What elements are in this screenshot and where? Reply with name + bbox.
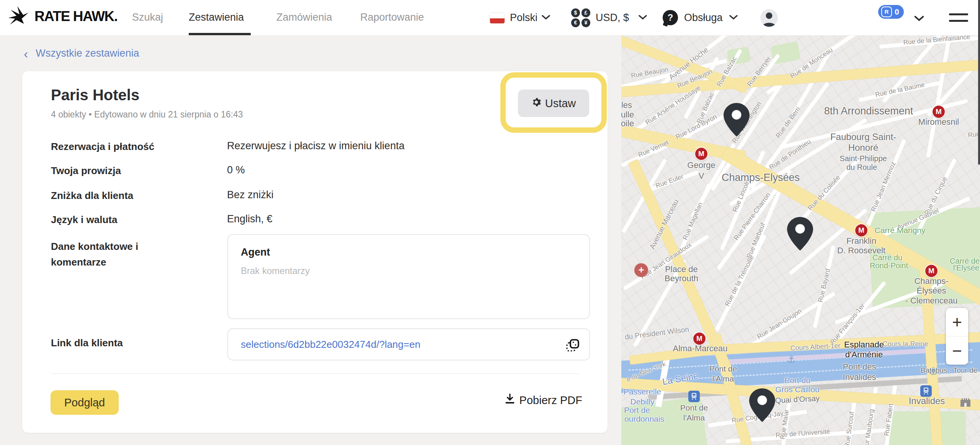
metro-icon: M <box>932 105 946 119</box>
map-label: - Clemenceau <box>905 296 958 306</box>
map-label: Esplanade <box>844 340 884 350</box>
map-label: les <box>621 100 632 110</box>
nav-item-zamowienia[interactable]: Zamówienia <box>276 11 332 23</box>
building-icon <box>960 397 971 408</box>
map-label: Debilly <box>630 397 654 406</box>
client-link-label: Link dla klienta <box>51 337 123 349</box>
map-label: Carré du <box>872 253 902 262</box>
client-link-box: selections/6d2bb22e0032474d/?lang=en <box>227 328 590 360</box>
client-link[interactable]: selections/6d2bb22e0032474d/?lang=en <box>241 339 420 350</box>
map-label: d'Arménie <box>845 350 883 360</box>
comments-box[interactable]: Agent Brak komentarzy <box>227 234 590 319</box>
row-label: Twoja prowizja <box>51 165 121 177</box>
chevron-down-icon[interactable] <box>914 15 924 23</box>
metro-icon: M <box>854 223 868 237</box>
map-label: Champs-Elysées <box>722 172 800 184</box>
map-panel[interactable]: Rue de la BienfaisanceAvenue HocheRue Be… <box>621 35 980 445</box>
row-label: Język i waluta <box>51 214 117 226</box>
active-tab-underline <box>189 33 251 35</box>
map-label: du Roule <box>846 163 877 172</box>
map-label: Pont de <box>709 364 737 373</box>
map-label: Port de <box>624 406 650 415</box>
row-value: 0 % <box>227 164 245 176</box>
settings-button[interactable]: Ustaw <box>518 90 589 117</box>
map-label: Rond-Point <box>870 261 908 270</box>
page-title: Paris Hotels <box>51 86 139 104</box>
train-icon <box>688 391 700 402</box>
comments-placeholder: Brak komentarzy <box>241 266 310 276</box>
map-label: Faubourg Saint- <box>830 132 896 142</box>
breadcrumb-label: Wszystkie zestawienia <box>36 47 139 59</box>
selection-detail-page: ‹ Wszystkie zestawienia Paris Hotels 4 o… <box>0 35 621 445</box>
card-subtitle: 4 obiekty • Edytowano w dniu 21 sierpnia… <box>51 109 243 120</box>
map-pin[interactable] <box>787 216 813 253</box>
settings-button-label: Ustaw <box>545 97 576 110</box>
map-label: Cours la Reine <box>882 340 928 348</box>
user-avatar[interactable] <box>760 9 778 27</box>
map-label: Invalides <box>843 372 876 382</box>
zoom-in-button[interactable]: + <box>946 308 968 337</box>
map-zoom-control: + − <box>946 308 968 365</box>
hamburger-menu-icon[interactable] <box>949 13 968 26</box>
row-label: Zniżka dla klienta <box>51 190 133 202</box>
anchor-icon: ⚓ <box>787 354 795 365</box>
zoom-out-button[interactable]: − <box>946 337 968 365</box>
map-label: Saint-Philippe <box>840 154 887 163</box>
support-menu[interactable]: Obsługa <box>684 12 723 24</box>
preview-button[interactable]: Podgląd <box>51 390 119 415</box>
map-label: Place de <box>665 264 698 274</box>
back-chevron-icon: ‹ <box>24 50 28 57</box>
map-label: Pont des <box>843 362 876 372</box>
anchor-icon: ⚓ <box>929 365 938 377</box>
download-pdf-button[interactable]: Pobierz PDF <box>503 393 585 408</box>
metro-icon: M <box>693 332 706 346</box>
copy-link-button[interactable] <box>562 337 578 354</box>
help-icon[interactable]: ? <box>663 10 678 25</box>
map-label: Gros Caillou <box>775 385 820 394</box>
top-navbar: RATE HAWK. Szukaj Zestawienia Zamówienia… <box>0 0 980 36</box>
map-pin[interactable] <box>749 388 776 424</box>
rewards-r-icon: R <box>881 7 892 17</box>
brand-name: RATE HAWK. <box>34 8 118 24</box>
map-label: l'Élysée <box>953 264 979 272</box>
map-label: Passerelle <box>624 387 661 396</box>
nav-item-zestawienia[interactable]: Zestawienia <box>189 11 244 23</box>
contact-label-line1: Dane kontaktowe i <box>51 241 138 253</box>
screen-edge-strip <box>978 0 980 165</box>
selection-card: Paris Hotels 4 obiekty • Edytowano w dni… <box>22 71 608 433</box>
map-label: V <box>699 171 704 181</box>
hospital-icon: + <box>634 263 648 277</box>
nav-item-szukaj[interactable]: Szukaj <box>132 11 163 23</box>
map-label: 8th Arrondissement <box>824 105 913 117</box>
currency-selector[interactable]: USD, $ <box>596 12 629 24</box>
map-label: Franklin <box>846 236 876 246</box>
map-label: Invalides <box>909 396 945 406</box>
map-label: oile <box>621 119 634 129</box>
download-icon <box>505 394 515 407</box>
row-value: Rezerwujesz i płacisz w imieniu klienta <box>227 140 405 152</box>
breadcrumb[interactable]: ‹ Wszystkie zestawienia <box>24 47 139 59</box>
map-label: Carré Marigny <box>874 226 925 235</box>
gear-icon <box>531 97 541 110</box>
row-label: Rezerwacja i płatność <box>51 141 154 153</box>
chevron-down-icon[interactable] <box>639 15 647 21</box>
download-pdf-label: Pobierz PDF <box>519 394 582 407</box>
map-label: Honoré <box>848 142 879 153</box>
hawk-icon <box>7 5 31 28</box>
rewards-badge[interactable]: R 0 <box>878 5 904 19</box>
map-label: ourdonnais <box>624 414 664 424</box>
agent-name: Agent <box>241 246 270 258</box>
map-park <box>889 411 966 445</box>
row-value: English, € <box>227 213 273 225</box>
chevron-down-icon[interactable] <box>729 15 738 21</box>
brand-logo[interactable]: RATE HAWK. <box>7 5 118 28</box>
map-label: Pont de <box>680 403 708 412</box>
chevron-down-icon[interactable] <box>542 15 550 21</box>
metro-icon: M <box>694 147 708 161</box>
map-label: l'Alma <box>683 413 705 422</box>
nav-item-raportowanie[interactable]: Raportowanie <box>360 11 424 23</box>
language-selector[interactable]: Polski <box>510 12 537 24</box>
metro-icon: M <box>924 264 938 278</box>
map-pin[interactable] <box>723 102 750 139</box>
rewards-count: 0 <box>895 7 899 16</box>
